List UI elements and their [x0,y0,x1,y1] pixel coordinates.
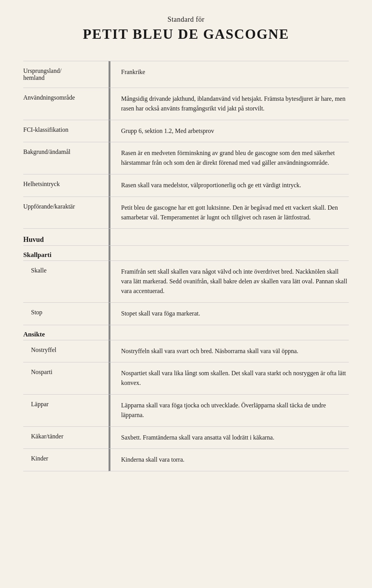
label-skallparti-heading: Skallparti [23,246,108,261]
page-header: Standard för PETIT BLEU DE GASCOGNE [23,16,349,42]
value-huvud-heading [110,229,349,246]
value-skalle: Framifrån sett skall skallen vara något … [110,261,349,302]
value-lappar: Läpparna skall vara föga tjocka och utve… [110,394,349,426]
value-ursprungsland: Frankrike [110,61,349,88]
label-anvandningsomrade: Användningsområde [23,88,108,120]
label-nostryffel: Nostryffel [23,340,108,362]
label-stop: Stop [23,302,108,325]
value-nosparti: Nospartiet skall vara lika långt som ska… [110,362,349,395]
label-kinder: Kinder [23,449,108,471]
label-ursprungsland: Ursprungsland/hemland [23,61,108,88]
page-subtitle: Standard för [23,16,349,24]
label-kakar: Käkar/tänder [23,426,108,449]
value-anvandningsomrade: Mångsidig drivande jakthund, iblandanvän… [110,88,349,120]
label-helhetsintryck: Helhetsintryck [23,174,108,197]
label-lappar: Läppar [23,394,108,426]
value-bakgrund: Rasen är en medveten förminskning av gra… [110,142,349,174]
value-nostryffel: Nostryffeln skall vara svart och bred. N… [110,340,349,362]
value-fci: Grupp 6, sektion 1.2, Med arbetsprov [110,120,349,142]
value-helhetsintryck: Rasen skall vara medelstor, välproportio… [110,174,349,197]
label-uppforande: Uppförande/karaktär [23,197,108,229]
content-table: Ursprungsland/hemland FrankrikeAnvändnin… [23,61,349,471]
label-fci: FCI-klassifikation [23,120,108,142]
value-skallparti-heading [110,246,349,261]
label-huvud-heading: Huvud [23,229,108,246]
label-nosparti: Nosparti [23,362,108,395]
label-skalle: Skalle [23,261,108,302]
value-kinder: Kinderna skall vara torra. [110,449,349,471]
label-ansikte-heading: Ansikte [23,325,108,340]
value-kakar: Saxbett. Framtänderna skall vara ansatta… [110,426,349,449]
value-stop: Stopet skall vara föga markerat. [110,302,349,325]
value-uppforande: Petit bleu de gascogne har ett gott lukt… [110,197,349,229]
page-title: PETIT BLEU DE GASCOGNE [23,26,349,42]
value-ansikte-heading [110,325,349,340]
label-bakgrund: Bakgrund/ändamål [23,142,108,174]
